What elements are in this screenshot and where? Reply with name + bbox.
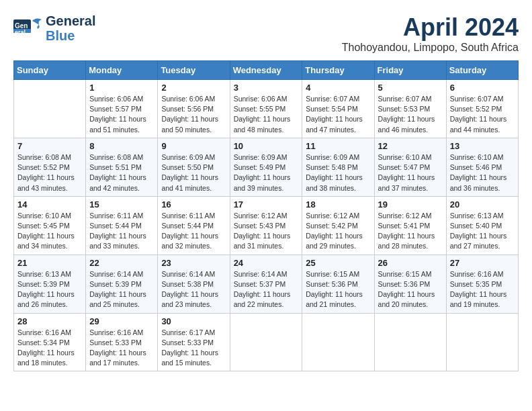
calendar-cell: 26Sunrise: 6:15 AMSunset: 5:36 PMDayligh… [374,255,446,313]
calendar-cell: 7Sunrise: 6:08 AMSunset: 5:52 PMDaylight… [14,138,86,196]
day-info: Sunrise: 6:06 AMSunset: 5:56 PMDaylight:… [161,94,226,135]
calendar-cell: 23Sunrise: 6:14 AMSunset: 5:38 PMDayligh… [158,255,230,313]
day-info: Sunrise: 6:07 AMSunset: 5:54 PMDaylight:… [306,94,370,135]
day-info: Sunrise: 6:07 AMSunset: 5:53 PMDaylight:… [378,94,443,135]
day-number: 4 [306,83,370,93]
day-info: Sunrise: 6:10 AMSunset: 5:47 PMDaylight:… [378,152,443,193]
calendar-cell [14,80,86,138]
day-number: 27 [450,258,515,268]
calendar-cell: 3Sunrise: 6:06 AMSunset: 5:55 PMDaylight… [230,80,302,138]
calendar-cell: 1Sunrise: 6:06 AMSunset: 5:57 PMDaylight… [86,80,158,138]
day-info: Sunrise: 6:09 AMSunset: 5:50 PMDaylight:… [161,152,226,193]
day-info: Sunrise: 6:12 AMSunset: 5:43 PMDaylight:… [234,211,299,252]
calendar-week-row: 7Sunrise: 6:08 AMSunset: 5:52 PMDaylight… [14,138,519,196]
calendar-cell: 2Sunrise: 6:06 AMSunset: 5:56 PMDaylight… [158,80,230,138]
day-number: 29 [89,316,154,326]
page-header: Gen eral General Blue April 2024 Thohoya… [13,13,519,54]
calendar-cell: 28Sunrise: 6:16 AMSunset: 5:34 PMDayligh… [14,313,86,371]
day-number: 16 [161,199,226,210]
logo-general: General [46,13,95,28]
day-info: Sunrise: 6:14 AMSunset: 5:37 PMDaylight:… [234,269,299,310]
day-info: Sunrise: 6:14 AMSunset: 5:39 PMDaylight:… [89,269,154,310]
day-number: 21 [17,258,82,268]
day-info: Sunrise: 6:11 AMSunset: 5:44 PMDaylight:… [161,211,226,252]
day-number: 2 [161,83,226,93]
day-info: Sunrise: 6:06 AMSunset: 5:55 PMDaylight:… [234,94,299,135]
calendar-cell: 14Sunrise: 6:10 AMSunset: 5:45 PMDayligh… [14,196,86,255]
calendar-cell: 24Sunrise: 6:14 AMSunset: 5:37 PMDayligh… [230,255,302,313]
day-number: 14 [17,199,82,210]
day-info: Sunrise: 6:09 AMSunset: 5:48 PMDaylight:… [306,152,370,193]
day-number: 20 [450,199,515,210]
logo-icon: Gen eral [13,15,43,41]
day-info: Sunrise: 6:09 AMSunset: 5:49 PMDaylight:… [234,152,299,193]
calendar-header-tuesday: Tuesday [158,61,230,80]
location: Thohoyandou, Limpopo, South Africa [342,42,519,54]
month-title: April 2024 [342,13,519,42]
day-number: 24 [234,258,299,268]
day-number: 19 [378,199,443,210]
calendar-cell: 29Sunrise: 6:16 AMSunset: 5:33 PMDayligh… [86,313,158,371]
day-info: Sunrise: 6:12 AMSunset: 5:42 PMDaylight:… [306,211,370,252]
day-info: Sunrise: 6:16 AMSunset: 5:35 PMDaylight:… [450,269,515,310]
calendar-cell: 8Sunrise: 6:08 AMSunset: 5:51 PMDaylight… [86,138,158,196]
calendar-header-wednesday: Wednesday [230,61,302,80]
day-number: 13 [450,141,515,151]
day-number: 12 [378,141,443,151]
day-number: 6 [450,83,515,93]
day-number: 10 [234,141,299,151]
calendar-cell: 13Sunrise: 6:10 AMSunset: 5:46 PMDayligh… [446,138,518,196]
day-info: Sunrise: 6:08 AMSunset: 5:51 PMDaylight:… [89,152,154,193]
calendar-cell: 19Sunrise: 6:12 AMSunset: 5:41 PMDayligh… [374,196,446,255]
calendar-cell: 10Sunrise: 6:09 AMSunset: 5:49 PMDayligh… [230,138,302,196]
day-number: 22 [89,258,154,268]
calendar-cell: 9Sunrise: 6:09 AMSunset: 5:50 PMDaylight… [158,138,230,196]
title-section: April 2024 Thohoyandou, Limpopo, South A… [342,13,519,54]
day-number: 23 [161,258,226,268]
day-number: 5 [378,83,443,93]
day-number: 26 [378,258,443,268]
day-info: Sunrise: 6:16 AMSunset: 5:33 PMDaylight:… [89,328,154,369]
day-info: Sunrise: 6:15 AMSunset: 5:36 PMDaylight:… [378,269,443,310]
calendar-cell: 17Sunrise: 6:12 AMSunset: 5:43 PMDayligh… [230,196,302,255]
calendar-header-sunday: Sunday [14,61,86,80]
calendar-cell: 27Sunrise: 6:16 AMSunset: 5:35 PMDayligh… [446,255,518,313]
day-number: 1 [89,83,154,93]
calendar-cell: 21Sunrise: 6:13 AMSunset: 5:39 PMDayligh… [14,255,86,313]
calendar-cell: 16Sunrise: 6:11 AMSunset: 5:44 PMDayligh… [158,196,230,255]
calendar-week-row: 28Sunrise: 6:16 AMSunset: 5:34 PMDayligh… [14,313,519,371]
day-number: 3 [234,83,299,93]
calendar-week-row: 14Sunrise: 6:10 AMSunset: 5:45 PMDayligh… [14,196,519,255]
day-info: Sunrise: 6:08 AMSunset: 5:52 PMDaylight:… [17,152,82,193]
calendar-cell: 20Sunrise: 6:13 AMSunset: 5:40 PMDayligh… [446,196,518,255]
calendar-header-row: SundayMondayTuesdayWednesdayThursdayFrid… [14,61,519,80]
logo-blue: Blue [46,28,95,43]
calendar-cell [302,313,374,371]
day-number: 9 [161,141,226,151]
day-info: Sunrise: 6:14 AMSunset: 5:38 PMDaylight:… [161,269,226,310]
calendar-cell: 22Sunrise: 6:14 AMSunset: 5:39 PMDayligh… [86,255,158,313]
day-info: Sunrise: 6:06 AMSunset: 5:57 PMDaylight:… [89,94,154,135]
calendar-cell: 12Sunrise: 6:10 AMSunset: 5:47 PMDayligh… [374,138,446,196]
day-number: 18 [306,199,370,210]
calendar-cell: 25Sunrise: 6:15 AMSunset: 5:36 PMDayligh… [302,255,374,313]
calendar-cell: 18Sunrise: 6:12 AMSunset: 5:42 PMDayligh… [302,196,374,255]
calendar-cell: 6Sunrise: 6:07 AMSunset: 5:52 PMDaylight… [446,80,518,138]
calendar-cell: 4Sunrise: 6:07 AMSunset: 5:54 PMDaylight… [302,80,374,138]
svg-text:eral: eral [15,29,26,36]
day-number: 17 [234,199,299,210]
calendar-header-monday: Monday [86,61,158,80]
day-info: Sunrise: 6:12 AMSunset: 5:41 PMDaylight:… [378,211,443,252]
calendar-table: SundayMondayTuesdayWednesdayThursdayFrid… [13,60,519,371]
day-info: Sunrise: 6:15 AMSunset: 5:36 PMDaylight:… [306,269,370,310]
day-number: 8 [89,141,154,151]
calendar-header-thursday: Thursday [302,61,374,80]
day-number: 30 [161,316,226,326]
day-info: Sunrise: 6:13 AMSunset: 5:40 PMDaylight:… [450,211,515,252]
calendar-cell: 15Sunrise: 6:11 AMSunset: 5:44 PMDayligh… [86,196,158,255]
calendar-cell [374,313,446,371]
calendar-cell [230,313,302,371]
day-number: 25 [306,258,370,268]
day-info: Sunrise: 6:10 AMSunset: 5:45 PMDaylight:… [17,211,82,252]
day-number: 28 [17,316,82,326]
